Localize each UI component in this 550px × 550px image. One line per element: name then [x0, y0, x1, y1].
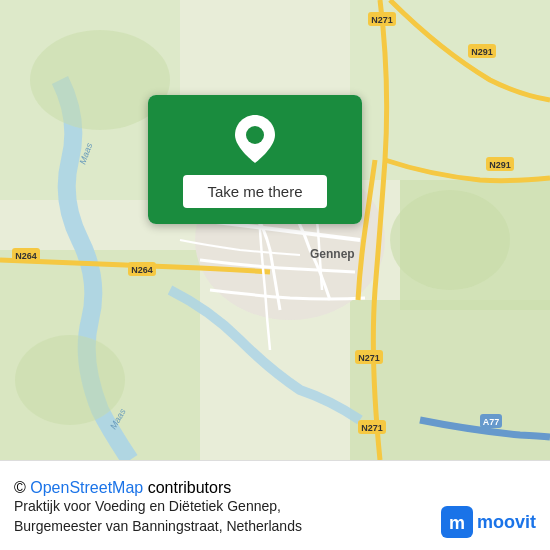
- svg-text:N271: N271: [371, 15, 393, 25]
- map-container: Maas Maas N271 N271 N271 N291 N291 N264 …: [0, 0, 550, 460]
- svg-text:N291: N291: [489, 160, 511, 170]
- svg-text:N264: N264: [131, 265, 153, 275]
- osm-suffix: contributors: [148, 479, 232, 496]
- card-top: Take me there: [148, 95, 362, 224]
- svg-point-28: [15, 335, 125, 425]
- svg-text:A77: A77: [483, 417, 500, 427]
- osm-copyright: © OpenStreetMap contributors: [14, 479, 231, 497]
- svg-text:N291: N291: [471, 47, 493, 57]
- svg-text:N271: N271: [361, 423, 383, 433]
- svg-text:N264: N264: [15, 251, 37, 261]
- location-card: Take me there: [148, 95, 362, 224]
- osm-link[interactable]: OpenStreetMap: [30, 479, 143, 496]
- svg-text:Gennep: Gennep: [310, 247, 355, 261]
- moovit-icon: m: [441, 506, 473, 538]
- moovit-logo: m moovit: [441, 506, 536, 538]
- copyright-symbol: ©: [14, 479, 26, 496]
- svg-text:N271: N271: [358, 353, 380, 363]
- copyright-line: © OpenStreetMap contributors: [14, 479, 536, 497]
- location-pin-icon: [235, 115, 275, 163]
- svg-point-26: [390, 190, 510, 290]
- svg-point-29: [246, 126, 264, 144]
- place-address-text: Burgemeester van Banningstraat, Netherla…: [14, 518, 302, 534]
- place-name-text: Praktijk voor Voeding en Diëtetiek Genne…: [14, 498, 281, 514]
- svg-text:m: m: [449, 513, 465, 533]
- take-me-there-button[interactable]: Take me there: [183, 175, 326, 208]
